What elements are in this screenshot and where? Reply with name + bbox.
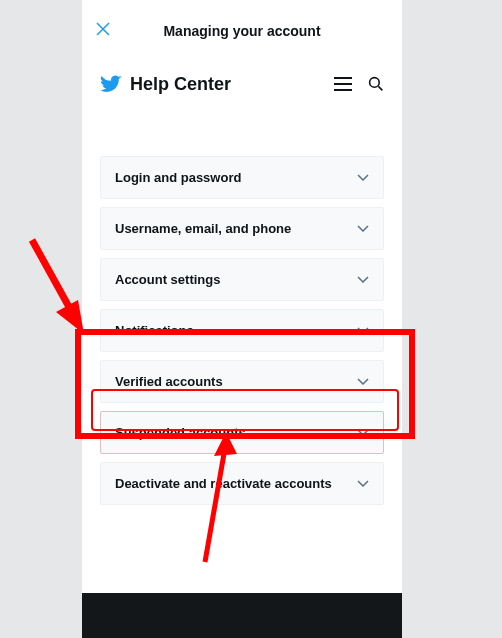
twitter-bird-icon	[100, 73, 122, 95]
accordion-label: Login and password	[115, 170, 241, 185]
chevron-down-icon	[357, 429, 369, 436]
modal-header: Managing your account	[82, 10, 402, 52]
accordion-login-password[interactable]: Login and password	[100, 156, 384, 199]
close-icon[interactable]	[96, 20, 116, 41]
menu-icon[interactable]	[334, 77, 352, 91]
phone-screen: Managing your account Help Center Login …	[82, 0, 402, 638]
accordion-label: Username, email, and phone	[115, 221, 291, 236]
modal-title: Managing your account	[82, 23, 402, 39]
accordion-username-email[interactable]: Username, email, and phone	[100, 207, 384, 250]
chevron-down-icon	[357, 276, 369, 283]
chevron-down-icon	[357, 225, 369, 232]
svg-marker-5	[56, 300, 84, 334]
chevron-down-icon	[357, 174, 369, 181]
accordion-account-settings[interactable]: Account settings	[100, 258, 384, 301]
accordion-suspended-accounts[interactable]: Suspended accounts	[100, 411, 384, 454]
arrow-annotation-top	[32, 240, 84, 334]
status-bar	[82, 0, 402, 10]
accordion-verified-accounts[interactable]: Verified accounts	[100, 360, 384, 403]
chevron-down-icon	[357, 480, 369, 487]
svg-point-2	[370, 78, 380, 88]
chevron-down-icon	[357, 378, 369, 385]
help-center-title: Help Center	[130, 74, 231, 95]
chevron-down-icon	[357, 327, 369, 334]
search-icon[interactable]	[368, 76, 384, 92]
accordion-label: Account settings	[115, 272, 220, 287]
accordion-label: Notifications	[115, 323, 194, 338]
accordion-list: Login and password Username, email, and …	[82, 116, 402, 505]
accordion-notifications[interactable]: Notifications	[100, 309, 384, 352]
accordion-deactivate-reactivate[interactable]: Deactivate and reactivate accounts	[100, 462, 384, 505]
header-actions	[334, 76, 384, 92]
accordion-label: Deactivate and reactivate accounts	[115, 476, 332, 491]
accordion-label: Suspended accounts	[115, 425, 246, 440]
svg-line-3	[378, 86, 382, 90]
footer-region	[82, 593, 402, 638]
brand-row: Help Center	[100, 73, 231, 95]
accordion-label: Verified accounts	[115, 374, 223, 389]
svg-line-4	[32, 240, 74, 316]
help-center-header: Help Center	[82, 52, 402, 116]
